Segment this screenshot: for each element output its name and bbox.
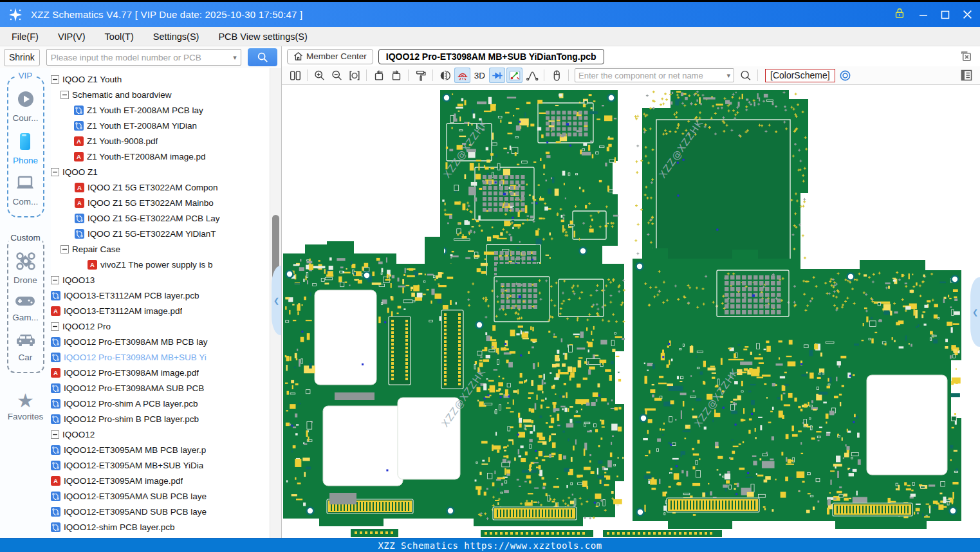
panel-list-button[interactable] (960, 69, 973, 82)
tree-file-item[interactable]: IQOO12 Pro-shim A PCB layer.pcb (51, 396, 270, 411)
mouse-button[interactable] (548, 68, 564, 83)
pcb-canvas[interactable]: XZZ@XZZHKXZZ@XZZHKXZZ@XZZHKXZZ@XZZHK ❮ (282, 85, 980, 538)
model-search-button[interactable] (248, 48, 277, 66)
model-search-input[interactable] (51, 53, 230, 62)
tree-file-item[interactable]: IQOO12-shim PCB layer.pcb (51, 519, 270, 535)
eye-target-button[interactable] (839, 69, 851, 82)
rail-item-com[interactable]: Com... (13, 174, 39, 207)
tree-item-label: Z1 Youth-ET2008AM image.pd (87, 152, 206, 161)
paint-roller-button[interactable] (412, 68, 429, 83)
tree-folder[interactable]: IQOO Z1 (51, 164, 270, 179)
tree-file-item[interactable]: IQOO12-ET3095AM MB PCB layer.p (51, 442, 270, 457)
probe-button[interactable] (506, 68, 522, 83)
rail-item-favorites[interactable]: ★Favorites (8, 391, 44, 421)
tree-file-item[interactable]: AIQOO Z1 5G ET3022AM Compon (51, 179, 270, 195)
tree-item-label: IQOO12 Pro-shim A PCB layer.pcb (64, 399, 198, 409)
tree-file-item[interactable]: IQOO13-ET3112AM PCB layer.pcb (51, 288, 270, 303)
collapse-minus-icon[interactable] (60, 245, 69, 253)
probe-icon (508, 69, 521, 82)
lamp-button[interactable] (454, 68, 470, 83)
menu-item-vip-v[interactable]: VIP(V) (58, 32, 86, 42)
tree-file-item[interactable]: AIQOO12 Pro-ET3098AM image.pdf (51, 365, 270, 380)
component-search-input[interactable] (578, 71, 724, 80)
zoom-out-button[interactable] (329, 68, 345, 83)
chevron-down-icon[interactable]: ▾ (233, 53, 237, 62)
model-search-combo[interactable]: ▾ (46, 49, 241, 66)
zoom-in-button[interactable] (311, 68, 328, 83)
tree-file-item[interactable]: AZ1 Youth-9008.pdf (51, 133, 270, 149)
rotate-right-button[interactable] (388, 68, 404, 83)
tree-file-item[interactable]: AIQOO12-ET3095AM image.pdf (51, 473, 270, 488)
net-search-button[interactable] (737, 68, 753, 83)
maximize-button[interactable] (941, 10, 950, 19)
tree-file-item[interactable]: IQOO12 Pro-ET3098AM MB PCB lay (51, 334, 270, 349)
rotate-left-button[interactable] (371, 68, 387, 83)
tree-item-label: IQOO Z1 5G-ET3022AM YiDianT (88, 229, 216, 239)
tree-folder[interactable]: IQOO Z1 Youth (51, 71, 270, 87)
rotate-left-icon (373, 69, 385, 82)
tree-file-item[interactable]: AvivoZ1 The power supply is b (51, 257, 270, 272)
menu-item-tool-t[interactable]: Tool(T) (105, 32, 134, 42)
colorscheme-button[interactable]: [ColorScheme] (765, 69, 835, 82)
rail-group-vip: VIPCour...PhoneCom... (7, 76, 44, 217)
tree-file-item[interactable]: IQOO12-ET3095AM MB+SUB YiDia (51, 457, 270, 473)
tree-file-item[interactable]: IQOO12-ET3095AMA SUB PCB laye (51, 488, 270, 504)
tree-file-item[interactable]: IQOO12 Pro-ET3098AM MB+SUB Yi (51, 349, 270, 365)
left-panel-collapse-handle[interactable]: ❮ (272, 266, 281, 335)
mirror-flip-button[interactable] (437, 68, 453, 83)
close-file-icon[interactable] (960, 50, 972, 62)
menu-bar: File(F)VIP(V)Tool(T)Settings(S)PCB View … (0, 27, 980, 46)
svg-text:A: A (77, 184, 82, 191)
tree-folder[interactable]: IQOO12 Pro (51, 318, 270, 334)
menu-item-file-f[interactable]: File(F) (12, 32, 39, 42)
three-d-button[interactable]: 3D (472, 68, 488, 83)
tree-item-label: Z1 Youth ET-2008AM YiDian (87, 121, 197, 131)
tree-file-item[interactable]: AIQOO13-ET3112AM image.pdf (51, 303, 270, 318)
svg-text:A: A (53, 369, 58, 376)
rail-item-gam[interactable]: Gam... (12, 294, 39, 322)
rail-item-phone[interactable]: Phone (13, 132, 38, 165)
tree-folder[interactable]: Schematic and boardview (51, 87, 270, 102)
play-icon (16, 89, 35, 111)
tree-file-item[interactable]: IQOO12 Pro-ET3098AMA SUB PCB (51, 380, 270, 396)
tree-file-item[interactable]: IQOO12-ET3095AND SUB PCB laye (51, 504, 270, 519)
diode-button[interactable] (489, 68, 505, 83)
menu-item-pcb-view-settings-s[interactable]: PCB View settings(S) (218, 32, 307, 42)
tree-file-item[interactable]: Z1 Youth ET-2008AM YiDian (51, 118, 270, 133)
menu-item-settings-s[interactable]: Settings(S) (153, 32, 199, 42)
tree-item-label: IQOO Z1 5G ET3022AM Mainbo (88, 198, 214, 208)
minimize-button[interactable] (919, 10, 928, 19)
tree-file-item[interactable]: IQOO12 Pro-shim B PCB layer.pcb (51, 411, 270, 427)
pcb-view[interactable]: XZZ@XZZHKXZZ@XZZHKXZZ@XZZHKXZZ@XZZHK (282, 85, 979, 537)
open-file-tab[interactable]: IQOO12 Pro-ET3098AM MB+SUB YiDianTong.pc… (378, 49, 604, 64)
component-search-combo[interactable]: ▾ (575, 68, 734, 82)
rail-item-car[interactable]: Car (15, 331, 37, 362)
curve-button[interactable] (524, 68, 540, 83)
rail-item-drone[interactable]: Drone (14, 252, 37, 285)
collapse-minus-icon[interactable] (51, 75, 59, 84)
collapse-minus-icon[interactable] (51, 322, 59, 331)
collapse-minus-icon[interactable] (51, 168, 59, 176)
vip-lock-icon[interactable] (893, 7, 906, 23)
tree-file-item[interactable]: IQOO Z1 5G-ET3022AM YiDianT (51, 226, 270, 241)
shrink-button[interactable]: Shrink (4, 49, 40, 66)
toolbar-separator (544, 69, 544, 81)
tree-file-item[interactable]: IQOO Z1 5G-ET3022AM PCB Lay (51, 210, 270, 226)
fit-view-button[interactable] (346, 68, 362, 83)
rail-item-cour[interactable]: Cour... (13, 89, 39, 123)
tree-file-item[interactable]: Z1 Youth ET-2008AM PCB lay (51, 102, 270, 118)
split-view-button[interactable] (287, 68, 303, 83)
tree-folder[interactable]: Repair Case (51, 241, 270, 257)
svg-text:A: A (77, 199, 82, 207)
tree-folder[interactable]: IQOO13 (51, 272, 270, 288)
tree-file-item[interactable]: AIQOO Z1 5G ET3022AM Mainbo (51, 195, 270, 210)
collapse-minus-icon[interactable] (60, 91, 69, 99)
chevron-down-icon[interactable]: ▾ (726, 71, 730, 80)
right-panel-collapse-handle[interactable]: ❮ (970, 277, 980, 347)
member-center-button[interactable]: Member Center (287, 49, 373, 64)
collapse-minus-icon[interactable] (51, 430, 59, 439)
close-button[interactable] (963, 10, 972, 19)
tree-folder[interactable]: IQOO12 (51, 427, 270, 442)
tree-file-item[interactable]: AZ1 Youth-ET2008AM image.pd (51, 149, 270, 164)
collapse-minus-icon[interactable] (51, 276, 59, 284)
